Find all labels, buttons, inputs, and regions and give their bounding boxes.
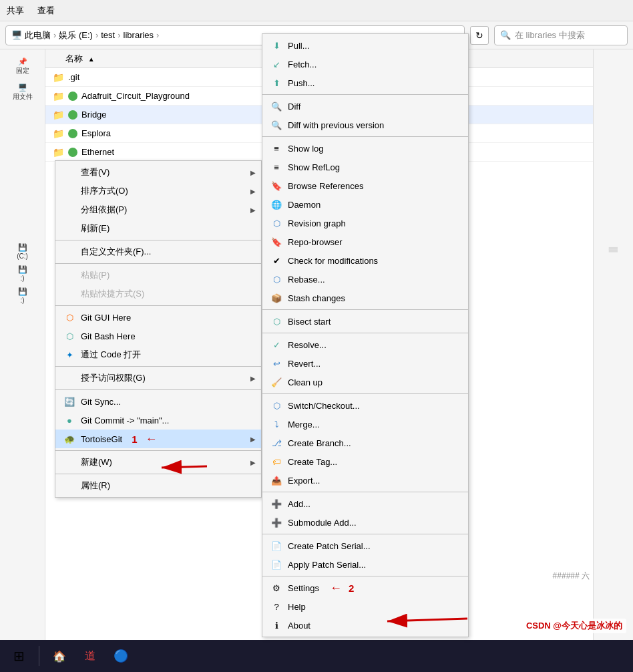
csdn-mark: CSDN @今天心是冰冰的 xyxy=(522,619,626,633)
cm-item-submodule[interactable]: ➕Submodule Add... xyxy=(262,513,468,532)
file-icon: 📁 xyxy=(52,146,64,158)
customize-icon xyxy=(63,246,75,258)
start-button[interactable]: ⊞ xyxy=(5,643,32,669)
cm-sep xyxy=(262,534,468,534)
new-icon xyxy=(63,456,75,468)
cm-item-create-branch[interactable]: ⎇Create Branch... xyxy=(262,434,468,452)
cm-item-git-commit[interactable]: ●Git Commit -> "main"... xyxy=(55,411,261,430)
cm-item-refresh[interactable]: 刷新(E) xyxy=(55,219,261,238)
cm-item-about[interactable]: ℹAbout xyxy=(262,616,468,635)
cm-item-view[interactable]: 查看(V) xyxy=(55,163,261,182)
bisect-icon: ⬡ xyxy=(270,315,282,327)
taskbar-app-dao[interactable]: 道 xyxy=(77,643,103,669)
cm-item-settings[interactable]: ⚙Settings ← 2 xyxy=(262,578,468,597)
about-icon: ℹ xyxy=(270,619,282,631)
share-label[interactable]: 共享 xyxy=(7,5,24,17)
revert-icon: ↩ xyxy=(270,357,282,369)
revgraph-icon: ⬡ xyxy=(270,217,282,229)
sort-icon xyxy=(63,185,75,197)
cm-item-properties[interactable]: 属性(R) xyxy=(55,476,261,495)
search-box[interactable]: 🔍 在 libraries 中搜索 xyxy=(494,25,628,45)
cm-item-diff[interactable]: 🔍Diff xyxy=(262,97,468,116)
cm-item-check-mod[interactable]: ✔Check for modifications xyxy=(262,251,468,270)
cm-item-sort[interactable]: 排序方式(O) xyxy=(55,182,261,200)
pull-icon: ⬇ xyxy=(270,39,282,51)
cm-item-tortoisegit[interactable]: 🐢TortoiseGit 1 ← xyxy=(55,430,261,448)
sidebar-drive-e2[interactable]: 💾:) xyxy=(3,285,42,307)
taskbar-chrome[interactable]: 🔵 xyxy=(108,643,134,669)
cm-sep xyxy=(262,393,468,394)
cm-sep xyxy=(55,305,261,306)
cm-item-resolve[interactable]: ✓Resolve... xyxy=(262,335,468,354)
cm-item-daemon[interactable]: 🌐Daemon xyxy=(262,195,468,214)
sidebar-drive-c[interactable]: 💾(C:) xyxy=(3,240,42,263)
properties-icon xyxy=(63,480,75,492)
cm-item-revert[interactable]: ↩Revert... xyxy=(262,354,468,373)
search-placeholder: 在 libraries 中搜索 xyxy=(515,29,585,41)
cm-item-git-sync[interactable]: 🔄Git Sync... xyxy=(55,392,261,411)
file-icon: 📁 xyxy=(52,128,64,140)
cm-item-paste[interactable]: 粘贴(P) xyxy=(55,266,261,285)
cm-item-git-gui[interactable]: ⬡Git GUI Here xyxy=(55,308,261,327)
cm-sep xyxy=(262,576,468,576)
badge-1: 1 xyxy=(132,434,137,445)
sidebar-drive-e1[interactable]: 💾:) xyxy=(3,263,42,285)
right-panel-label: ▐▌ xyxy=(610,244,618,255)
rebase-icon: ⬡ xyxy=(270,273,282,285)
cm-item-revision-graph[interactable]: ⬡Revision graph xyxy=(262,214,468,232)
cm-item-vscode[interactable]: ✦通过 Code 打开 xyxy=(55,345,261,364)
cm-sep xyxy=(262,136,468,137)
file-name: Adafruit_Circuit_Playground xyxy=(81,91,190,101)
cm-item-bisect[interactable]: ⬡Bisect start xyxy=(262,312,468,331)
cm-sep xyxy=(55,474,261,474)
cm-item-export[interactable]: 📤Export... xyxy=(262,471,468,490)
cm-item-pull[interactable]: ⬇Pull... xyxy=(262,36,468,55)
cm-item-reflog[interactable]: ≡Show RefLog xyxy=(262,158,468,176)
badge-2: 2 xyxy=(349,582,354,594)
tag-icon: 🏷 xyxy=(270,456,282,468)
taskbar-home[interactable]: 🏠 xyxy=(46,643,73,669)
sidebar-recent[interactable]: 🖥️用文件 xyxy=(3,81,42,104)
cm-item-push[interactable]: ⬆Push... xyxy=(262,73,468,92)
file-name: Esplora xyxy=(81,128,111,138)
checkmod-icon: ✔ xyxy=(270,255,282,267)
cm-item-switch[interactable]: ⬡Switch/Checkout... xyxy=(262,396,468,415)
sidebar-pin[interactable]: 📌固定 xyxy=(3,55,42,78)
cm-item-group[interactable]: 分组依据(P) xyxy=(55,200,261,219)
cm-item-diff-prev[interactable]: 🔍Diff with previous version xyxy=(262,116,468,134)
refresh-button[interactable]: ↻ xyxy=(470,26,489,45)
group-icon xyxy=(63,204,75,216)
cm-item-new[interactable]: 新建(W) xyxy=(55,453,261,472)
cm-item-repo-browser[interactable]: 🔖Repo-browser xyxy=(262,232,468,251)
reflog-icon: ≡ xyxy=(270,161,282,173)
cm-item-git-bash[interactable]: ⬡Git Bash Here xyxy=(55,327,261,345)
cm-item-apply-patch[interactable]: 📄Apply Patch Serial... xyxy=(262,555,468,574)
cm-sep xyxy=(55,389,261,390)
cm-item-show-log[interactable]: ≡Show log xyxy=(262,139,468,158)
switch-icon: ⬡ xyxy=(270,399,282,411)
cm-item-create-tag[interactable]: 🏷Create Tag... xyxy=(262,452,468,471)
applypatch-icon: 📄 xyxy=(270,558,282,570)
file-name: Ethernet xyxy=(81,147,114,157)
daemon-icon: 🌐 xyxy=(270,198,282,210)
view-label[interactable]: 查看 xyxy=(37,5,55,17)
cm-item-add[interactable]: ➕Add... xyxy=(262,494,468,513)
git-status-dot xyxy=(68,148,77,157)
cm-item-merge[interactable]: ⤵Merge... xyxy=(262,415,468,434)
cm-item-help[interactable]: ?Help xyxy=(262,597,468,616)
cm-item-paste-shortcut[interactable]: 粘贴快捷方式(S) xyxy=(55,285,261,303)
cm-item-cleanup[interactable]: 🧹Clean up xyxy=(262,373,468,391)
diff-icon: 🔍 xyxy=(270,100,282,112)
stash-icon: 📦 xyxy=(270,292,282,304)
cm-item-create-patch[interactable]: 📄Create Patch Serial... xyxy=(262,536,468,555)
cm-item-customize[interactable]: 自定义文件夹(F)... xyxy=(55,242,261,261)
cm-item-access[interactable]: 授予访问权限(G) xyxy=(55,369,261,387)
help-icon: ? xyxy=(270,601,282,613)
submodule-icon: ➕ xyxy=(270,516,282,528)
hash-text: ###### 六 xyxy=(553,570,590,582)
cm-item-browse-refs[interactable]: 🔖Browse References xyxy=(262,176,468,195)
cm-item-fetch[interactable]: ↙Fetch... xyxy=(262,55,468,73)
cm-item-stash[interactable]: 📦Stash changes xyxy=(262,289,468,307)
cm-item-rebase[interactable]: ⬡Rebase... xyxy=(262,270,468,289)
file-icon: 📁 xyxy=(52,90,64,102)
